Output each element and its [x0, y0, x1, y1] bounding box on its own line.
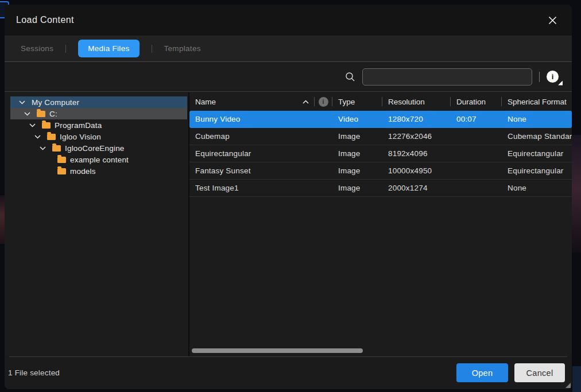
cell-name: Test Image1: [189, 184, 332, 192]
tab-divider: [152, 45, 152, 53]
close-button[interactable]: [544, 12, 560, 28]
cell-type: Image: [332, 166, 382, 175]
chevron-down-icon: [19, 100, 25, 104]
cell-spherical-format: Equirectangular: [502, 166, 572, 175]
chevron-down-icon: [34, 135, 41, 139]
cell-spherical-format: None: [502, 184, 572, 192]
cell-spherical-format: Cubemap Standard: [502, 132, 572, 141]
folder-icon: [52, 145, 61, 152]
tree-item-label: C:: [49, 110, 57, 118]
cell-spherical-format: Equirectangular: [502, 149, 572, 158]
folder-icon: [37, 111, 45, 117]
folder-icon: [57, 157, 66, 163]
cancel-button[interactable]: Cancel: [514, 363, 565, 382]
chevron-down-icon: [29, 123, 36, 127]
tree-item-label: Igloo Vision: [60, 133, 101, 141]
tab-divider: [65, 45, 66, 53]
tree-item[interactable]: IglooCoreEngine: [10, 142, 187, 154]
tree-item-label: My Computer: [32, 98, 79, 107]
cell-name: Fantasy Sunset: [189, 166, 332, 175]
search-input[interactable]: [362, 68, 532, 86]
tree-item-label: ProgramData: [55, 121, 102, 130]
table-row[interactable]: Equirectangular Image 8192x4096 Equirect…: [189, 145, 572, 162]
dialog-footer: 1 File selected Open Cancel: [5, 356, 572, 389]
table-row[interactable]: Bunny Video Video 1280x720 00:07 None: [189, 111, 572, 128]
tree-item-label: IglooCoreEngine: [65, 144, 125, 153]
main-area: My Computer C: ProgramData Igloo Vision …: [5, 92, 572, 356]
cell-type: Image: [332, 149, 382, 158]
tree-item-label: example content: [70, 156, 129, 164]
info-icon: i: [547, 71, 559, 83]
table-body: Bunny Video Video 1280x720 00:07 None Cu…: [189, 111, 572, 197]
tree-item[interactable]: example content: [10, 154, 187, 165]
folder-icon: [57, 168, 66, 174]
chevron-down-icon: [40, 146, 46, 150]
cell-type: Image: [332, 184, 382, 192]
tab-sessions[interactable]: Sessions: [21, 44, 53, 53]
cell-type: Video: [332, 115, 382, 123]
load-content-dialog: Load Content Sessions Media Files Templa…: [5, 5, 572, 389]
tree-item[interactable]: ProgramData: [10, 119, 187, 131]
cell-duration: 00:07: [451, 115, 502, 123]
tabs-bar: Sessions Media Files Templates: [5, 36, 572, 62]
column-header-name[interactable]: Name: [189, 98, 314, 106]
cell-name: Bunny Video: [189, 115, 332, 123]
corner-arrow-icon: [558, 81, 563, 86]
cell-resolution: 2000x1274: [382, 184, 451, 192]
tab-media-files[interactable]: Media Files: [78, 40, 139, 57]
info-button[interactable]: i: [547, 71, 559, 83]
info-column-icon: i: [319, 97, 328, 107]
tab-templates[interactable]: Templates: [164, 44, 201, 53]
tree-item[interactable]: C:: [10, 108, 187, 119]
column-header-resolution[interactable]: Resolution: [382, 98, 450, 106]
column-header-spherical-format[interactable]: Spherical Format: [502, 98, 572, 106]
folder-tree: My Computer C: ProgramData Igloo Vision …: [5, 92, 189, 356]
column-header-info[interactable]: i: [315, 97, 332, 107]
sort-ascending-icon: [303, 100, 309, 104]
tree-item[interactable]: models: [10, 165, 187, 177]
tree-item[interactable]: My Computer: [10, 96, 187, 108]
column-header-duration[interactable]: Duration: [451, 98, 501, 106]
desktop-background: [571, 135, 581, 253]
horizontal-scrollbar[interactable]: [192, 348, 363, 353]
table-row[interactable]: Test Image1 Image 2000x1274 None: [189, 180, 572, 197]
chevron-down-icon: [24, 112, 30, 116]
folder-icon: [42, 122, 51, 129]
close-icon: [548, 15, 557, 25]
open-button[interactable]: Open: [456, 363, 508, 382]
column-label: Name: [195, 98, 216, 106]
cell-type: Image: [332, 132, 382, 141]
table-row[interactable]: Fantasy Sunset Image 10000x4950 Equirect…: [189, 162, 572, 180]
table-row[interactable]: Cubemap Image 12276x2046 Cubemap Standar…: [189, 128, 572, 145]
column-header-type[interactable]: Type: [332, 98, 382, 106]
cell-name: Equirectangular: [189, 149, 332, 158]
cell-resolution: 1280x720: [382, 115, 451, 123]
folder-icon: [47, 134, 56, 140]
cell-resolution: 12276x2046: [382, 132, 451, 141]
desktop-background: [572, 366, 581, 392]
search-bar: i: [5, 62, 572, 92]
selection-status: 1 File selected: [8, 368, 60, 377]
cell-name: Cubemap: [189, 132, 332, 141]
file-table: Name i Type Resolution Duration Spherica…: [189, 92, 572, 356]
cell-spherical-format: None: [502, 115, 572, 123]
search-icon: [345, 72, 355, 82]
dialog-titlebar: Load Content: [5, 5, 572, 36]
tree-item-label: models: [70, 167, 96, 176]
cell-resolution: 8192x4096: [382, 149, 451, 158]
cell-resolution: 10000x4950: [382, 166, 451, 175]
dialog-title: Load Content: [16, 15, 74, 25]
search-divider: [539, 72, 540, 82]
table-header: Name i Type Resolution Duration Spherica…: [189, 92, 572, 111]
tree-item[interactable]: Igloo Vision: [10, 131, 187, 142]
